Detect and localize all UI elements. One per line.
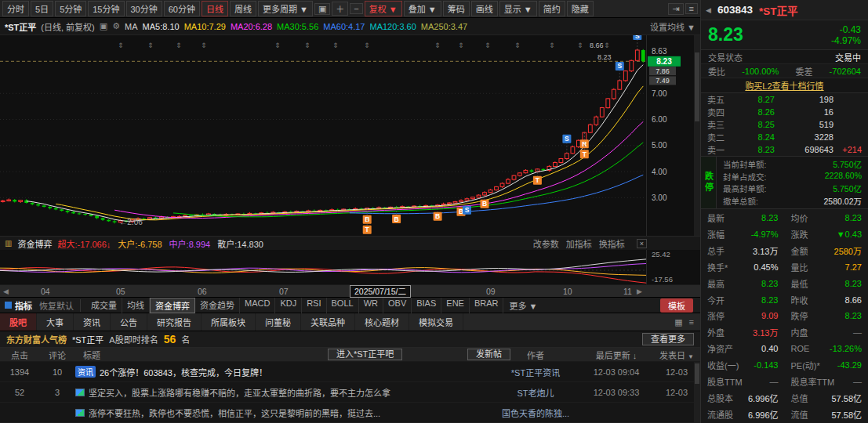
indicator-ENE[interactable]: ENE <box>441 298 470 313</box>
gear-icon[interactable]: ⚙ <box>112 21 120 31</box>
ask-volume-change: +214 <box>833 145 862 154</box>
fund-panel-title[interactable]: 资金博弈 <box>17 237 52 250</box>
forum-author[interactable]: 国色天香的陈独... <box>492 407 579 419</box>
indicator-RSI[interactable]: RSI <box>302 298 326 313</box>
detail-label: 最新 <box>707 212 725 224</box>
tool-显示[interactable]: 显示 ▼ <box>499 1 537 16</box>
zoom-in-icon[interactable]: ＋ <box>332 2 348 16</box>
grid-view-icon[interactable]: ▦ <box>674 317 682 327</box>
collapse-panel-icon[interactable]: ◀ <box>706 6 711 14</box>
svg-text:6.00: 6.00 <box>652 115 667 124</box>
fund-action-加指标[interactable]: 加指标 <box>566 237 592 250</box>
main-chart-svg[interactable]: ⇕⇕⇕⇕⇕⇕⇕⇕⇕⇕⇕⇕⇕⇕⇕BTBBBSBTSRTSS←2.068.668.2… <box>0 35 700 236</box>
more-periods-button[interactable]: 更多周期 ▼ <box>258 1 313 16</box>
forum-scrollbar[interactable] <box>694 362 700 423</box>
tool-画线[interactable]: 画线 <box>471 1 498 16</box>
period-5分钟[interactable]: 5分钟 <box>55 1 86 16</box>
indicator-WR[interactable]: WR <box>359 298 383 313</box>
tool-复权[interactable]: 复权 ▼ <box>365 1 402 16</box>
fund-action-改参数[interactable]: 改参数 <box>533 237 559 250</box>
template-button[interactable]: 模板 <box>660 298 693 313</box>
detail-label: 流通股 <box>707 408 733 421</box>
tab-问董秘[interactable]: 问董秘 <box>256 313 301 331</box>
indicator-KDJ[interactable]: KDJ <box>275 298 302 313</box>
forum-scrollbar-thumb[interactable] <box>695 363 699 384</box>
pane-layout-icon[interactable]: ▣ <box>100 21 107 31</box>
tab-所属板块[interactable]: 所属板块 <box>202 313 256 331</box>
dock-right-icon[interactable]: ⇥ <box>668 3 683 15</box>
tab-模拟交易[interactable]: 模拟交易 <box>409 313 463 331</box>
period-日线[interactable]: 日线 <box>202 1 228 16</box>
forum-title-link[interactable]: 26个涨停！603843，核查完成，今日复牌！ <box>100 366 267 378</box>
fund-action-换指标[interactable]: 换指标 <box>599 237 625 250</box>
tool-简约[interactable]: 简约 <box>539 1 565 16</box>
zoom-out-icon[interactable]: − <box>350 3 362 14</box>
popularity-rank-value: 56 <box>164 333 176 345</box>
indicator-成交量[interactable]: 成交量 <box>86 298 122 313</box>
period-60分钟[interactable]: 60分钟 <box>164 1 200 16</box>
list-view-icon[interactable]: ≡ <box>689 317 694 327</box>
svg-text:T: T <box>583 150 587 158</box>
more-indicators-button[interactable]: 更多 ▼ <box>509 299 537 312</box>
ma-settings-button[interactable]: 设置均线 ▼ <box>650 20 695 33</box>
svg-text:⇕: ⇕ <box>274 42 281 49</box>
detail-value: 3.13万 <box>753 326 778 338</box>
tab-核心题材[interactable]: 核心题材 <box>355 313 409 331</box>
forum-author[interactable]: *ST正平资讯 <box>492 366 579 378</box>
period-15分钟[interactable]: 15分钟 <box>88 1 124 16</box>
tool-筹码[interactable]: 筹码 <box>443 1 470 16</box>
scroll-left-icon[interactable]: ◀ <box>3 287 9 295</box>
detail-label: 最低 <box>791 277 808 290</box>
indicator-均线[interactable]: 均线 <box>122 298 150 313</box>
view-more-button[interactable]: 查看更多 <box>642 333 694 345</box>
tab-公告[interactable]: 公告 <box>111 313 147 331</box>
time-axis[interactable]: ◀ 04050607091011 2025/07/15/二 ▶ <box>0 284 700 297</box>
overlay-windows-icon[interactable]: ▣ <box>314 3 330 15</box>
tab-研究报告[interactable]: 研究报告 <box>147 313 202 331</box>
detail-value: 8.23 <box>845 311 862 320</box>
tab-股吧[interactable]: 股吧 <box>0 313 37 331</box>
forum-col-posted[interactable]: 发表日 ▼ <box>653 349 700 361</box>
ask-price: 8.23 <box>735 145 775 154</box>
forum-col-updated[interactable]: 最后更新 ↓ <box>579 349 653 361</box>
forum-row[interactable]: 涨停不要狂热，跌停也不要恐慌，相信正平，这只是黎明前的黑暗，挺过去...国色天香… <box>0 403 700 423</box>
tool-叠加[interactable]: 叠加 ▼ <box>404 1 441 16</box>
weibi-value: -100.00% <box>742 67 779 76</box>
fund-chart-svg[interactable]: 25.42-17.56 <box>0 250 700 284</box>
reset-default-button[interactable]: 恢复默认 <box>39 299 81 312</box>
tool-隐藏[interactable]: 隐藏 <box>567 1 594 16</box>
indicator-资金博弈[interactable]: 资金博弈 <box>150 298 195 313</box>
tab-关联品种[interactable]: 关联品种 <box>301 313 355 331</box>
close-icon[interactable]: × <box>637 239 647 248</box>
popularity-stock: *ST正平 <box>72 333 104 345</box>
ask-price: 8.24 <box>735 132 775 142</box>
indicator-BIAS[interactable]: BIAS <box>412 298 441 313</box>
new-post-button[interactable]: 发新帖 <box>467 349 510 360</box>
weibi-label: 委比 <box>708 65 725 78</box>
period-周线[interactable]: 周线 <box>230 1 256 16</box>
indicator-资金趋势[interactable]: 资金趋势 <box>195 298 240 313</box>
fund-stats: 超大:-17.066↓大户:-6.758中户:8.994散户:14.830 <box>57 237 263 250</box>
forum-row[interactable]: 523坚定买入，股票上涨路哪有稳赚不赔的，走亚太軍整的曲折路，要不主力怎么拿ST… <box>0 382 700 403</box>
period-30分钟[interactable]: 30分钟 <box>126 1 162 16</box>
indicator-BOLL[interactable]: BOLL <box>327 298 359 313</box>
l2-link[interactable]: 购买L2查看十档行情 <box>745 79 823 92</box>
scroll-right-icon[interactable]: ▶ <box>637 287 642 295</box>
forum-row[interactable]: 139410资讯26个涨停！603843，核查完成，今日复牌！*ST正平资讯12… <box>0 362 700 382</box>
svg-text:5.00: 5.00 <box>652 141 667 150</box>
indicator-BRAR[interactable]: BRAR <box>470 298 504 313</box>
forum-title-link[interactable]: 坚定买入，股票上涨路哪有稳赚不赔的，走亚太軍整的曲折路，要不主力怎么拿 <box>89 386 390 399</box>
indicator-MACD[interactable]: MACD <box>240 298 275 313</box>
tab-大事[interactable]: 大事 <box>37 313 74 331</box>
time-label-10: 10 <box>563 287 572 296</box>
tab-资讯[interactable]: 资讯 <box>74 313 111 331</box>
detail-label: 总股本 <box>707 392 733 404</box>
popularity-brand[interactable]: 东方财富人气榜 <box>6 333 67 345</box>
forum-title-link[interactable]: 涨停不要狂热，跌停也不要恐慌，相信正平，这只是黎明前的黑暗，挺过去... <box>89 407 380 419</box>
enter-forum-button[interactable]: 进入*ST正平吧 <box>328 349 402 360</box>
menu-icon[interactable]: ≡ <box>685 3 698 14</box>
forum-author[interactable]: ST老炮儿 <box>492 386 579 399</box>
indicator-OBV[interactable]: OBV <box>383 298 412 313</box>
period-分时[interactable]: 分时 <box>2 1 29 16</box>
period-5日[interactable]: 5日 <box>31 1 53 16</box>
